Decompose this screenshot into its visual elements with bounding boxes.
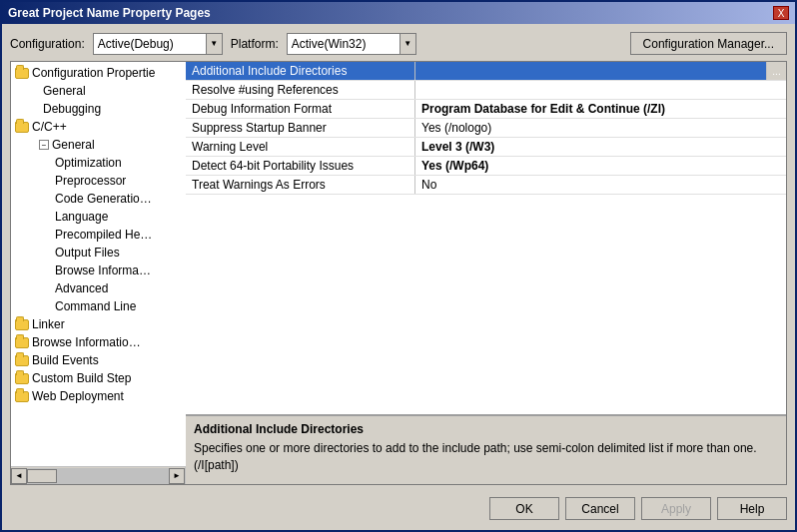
sidebar-item-label: Configuration Propertie xyxy=(32,66,155,80)
description-text: Specifies one or more directories to add… xyxy=(194,440,778,474)
property-name-debug-info-format: Debug Information Format xyxy=(186,100,415,118)
help-button[interactable]: Help xyxy=(717,497,787,520)
property-value-warning-level: Level 3 (/W3) xyxy=(415,138,786,156)
config-value: Active(Debug) xyxy=(98,37,174,51)
property-value-treat-warnings: No xyxy=(415,176,786,194)
sidebar-item-label: Build Events xyxy=(32,353,99,367)
folder-icon xyxy=(15,391,29,402)
sidebar-item-browse-information[interactable]: Browse Informatio… xyxy=(11,333,186,351)
ellipsis-button-additional-include[interactable]: ... xyxy=(766,62,786,80)
property-name-additional-include: Additional Include Directories xyxy=(186,62,415,80)
sidebar-item-label: Linker xyxy=(32,317,65,331)
ok-button[interactable]: OK xyxy=(489,497,559,520)
property-value-resolve-using xyxy=(415,81,786,99)
sidebar-item-config-properties[interactable]: Configuration Propertie xyxy=(11,64,186,82)
folder-icon xyxy=(15,373,29,384)
sidebar-item-cpp-general[interactable]: −General xyxy=(11,136,186,154)
sidebar-item-general[interactable]: General xyxy=(11,82,186,100)
platform-value: Active(Win32) xyxy=(292,37,367,51)
property-row-detect-64bit[interactable]: Detect 64-bit Portability IssuesYes (/Wp… xyxy=(186,157,786,176)
main-content: Configuration PropertieGeneralDebuggingC… xyxy=(10,61,787,485)
sidebar-item-label: Browse Informa… xyxy=(55,264,151,277)
folder-icon xyxy=(15,122,29,133)
sidebar-item-label: Browse Informatio… xyxy=(32,335,141,349)
sidebar-item-precompiled[interactable]: Precompiled He… xyxy=(11,226,186,244)
property-grid: Additional Include Directories...Resolve… xyxy=(186,62,786,414)
sidebar-item-label: Preprocessor xyxy=(55,174,126,188)
property-value-additional-include xyxy=(415,62,766,80)
property-name-suppress-banner: Suppress Startup Banner xyxy=(186,119,415,137)
sidebar-item-build-events[interactable]: Build Events xyxy=(11,351,186,369)
sidebar-item-code-generation[interactable]: Code Generatio… xyxy=(11,190,186,208)
sidebar-item-output-files[interactable]: Output Files xyxy=(11,244,186,262)
property-name-warning-level: Warning Level xyxy=(186,138,415,156)
close-button[interactable]: X xyxy=(773,6,789,20)
sidebar-item-label: General xyxy=(52,138,95,152)
sidebar-item-label: Language xyxy=(55,210,108,224)
description-panel: Additional Include Directories Specifies… xyxy=(186,414,786,484)
property-row-warning-level[interactable]: Warning LevelLevel 3 (/W3) xyxy=(186,138,786,157)
window-title: Great Project Name Property Pages xyxy=(8,6,211,20)
sidebar: Configuration PropertieGeneralDebuggingC… xyxy=(11,62,186,466)
window-body: Configuration: Active(Debug) ▼ Platform:… xyxy=(2,24,795,530)
button-row: OK Cancel Apply Help xyxy=(10,491,787,522)
sidebar-item-label: Custom Build Step xyxy=(32,371,131,385)
property-value-debug-info-format: Program Database for Edit & Continue (/Z… xyxy=(415,100,786,118)
sidebar-item-advanced[interactable]: Advanced xyxy=(11,279,186,297)
sidebar-item-preprocessor[interactable]: Preprocessor xyxy=(11,172,186,190)
title-bar: Great Project Name Property Pages X xyxy=(2,2,795,24)
sidebar-item-label: Optimization xyxy=(55,156,122,170)
sidebar-item-cpp[interactable]: C/C++ xyxy=(11,118,186,136)
property-row-suppress-banner[interactable]: Suppress Startup BannerYes (/nologo) xyxy=(186,119,786,138)
folder-icon xyxy=(15,68,29,79)
folder-icon xyxy=(15,319,29,330)
sidebar-item-debugging[interactable]: Debugging xyxy=(11,100,186,118)
expand-icon[interactable]: − xyxy=(39,140,49,150)
folder-icon xyxy=(15,355,29,366)
apply-button[interactable]: Apply xyxy=(641,497,711,520)
sidebar-item-label: Debugging xyxy=(43,102,101,116)
property-name-resolve-using: Resolve #using References xyxy=(186,81,415,99)
sidebar-item-optimization[interactable]: Optimization xyxy=(11,154,186,172)
property-name-treat-warnings: Treat Warnings As Errors xyxy=(186,176,415,194)
sidebar-item-label: C/C++ xyxy=(32,120,67,134)
scroll-thumb[interactable] xyxy=(27,469,57,483)
property-row-additional-include[interactable]: Additional Include Directories... xyxy=(186,62,786,81)
sidebar-item-web-deployment[interactable]: Web Deployment xyxy=(11,387,186,405)
sidebar-item-label: Advanced xyxy=(55,281,108,295)
sidebar-item-label: Precompiled He… xyxy=(55,228,152,242)
sidebar-item-command-line[interactable]: Command Line xyxy=(11,297,186,315)
config-label: Configuration: xyxy=(10,37,85,51)
scroll-left-button[interactable]: ◄ xyxy=(11,468,27,484)
property-row-debug-info-format[interactable]: Debug Information FormatProgram Database… xyxy=(186,100,786,119)
property-value-suppress-banner: Yes (/nologo) xyxy=(415,119,786,137)
config-row: Configuration: Active(Debug) ▼ Platform:… xyxy=(10,32,787,55)
platform-label: Platform: xyxy=(231,37,279,51)
cancel-button[interactable]: Cancel xyxy=(565,497,635,520)
property-name-detect-64bit: Detect 64-bit Portability Issues xyxy=(186,157,415,175)
config-manager-button[interactable]: Configuration Manager... xyxy=(630,32,787,55)
sidebar-item-label: General xyxy=(43,84,86,98)
content-panel: Additional Include Directories...Resolve… xyxy=(186,62,786,484)
folder-icon xyxy=(15,337,29,348)
sidebar-item-linker[interactable]: Linker xyxy=(11,315,186,333)
sidebar-item-language[interactable]: Language xyxy=(11,208,186,226)
sidebar-item-label: Web Deployment xyxy=(32,389,124,403)
config-dropdown-arrow[interactable]: ▼ xyxy=(206,34,222,54)
config-dropdown[interactable]: Active(Debug) ▼ xyxy=(93,33,223,55)
property-row-resolve-using[interactable]: Resolve #using References xyxy=(186,81,786,100)
property-value-detect-64bit: Yes (/Wp64) xyxy=(415,157,786,175)
sidebar-item-label: Code Generatio… xyxy=(55,192,152,206)
main-window: Great Project Name Property Pages X Conf… xyxy=(0,0,797,532)
sidebar-item-browse-info[interactable]: Browse Informa… xyxy=(11,262,186,279)
sidebar-item-label: Output Files xyxy=(55,246,120,260)
description-title: Additional Include Directories xyxy=(194,422,778,436)
sidebar-wrapper: Configuration PropertieGeneralDebuggingC… xyxy=(11,62,186,484)
scroll-right-button[interactable]: ► xyxy=(169,468,185,484)
platform-dropdown-arrow[interactable]: ▼ xyxy=(399,34,415,54)
platform-dropdown[interactable]: Active(Win32) ▼ xyxy=(287,33,416,55)
sidebar-scrollbar[interactable]: ◄► xyxy=(11,466,185,484)
sidebar-item-custom-build-step[interactable]: Custom Build Step xyxy=(11,369,186,387)
property-row-treat-warnings[interactable]: Treat Warnings As ErrorsNo xyxy=(186,176,786,195)
sidebar-item-label: Command Line xyxy=(55,299,136,313)
